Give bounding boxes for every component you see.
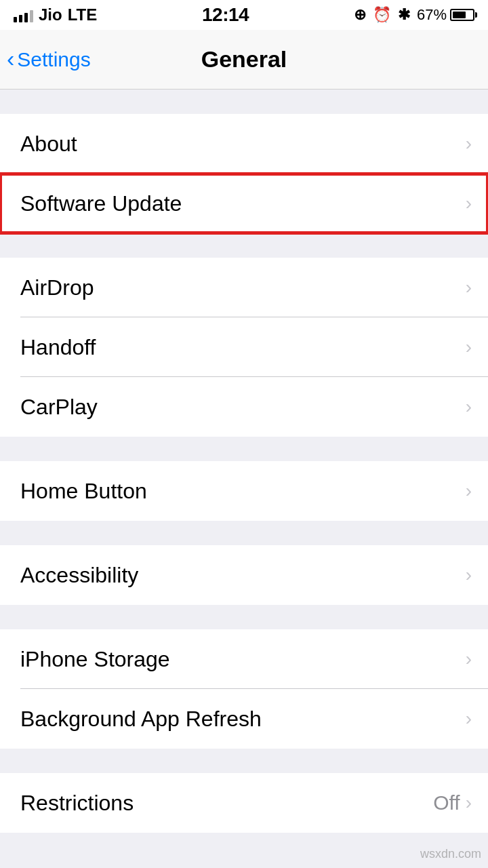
settings-group-6: iPhone Storage › Background App Refresh … (0, 629, 488, 749)
battery-percent: 67% (417, 6, 447, 24)
settings-group-3: AirDrop › Handoff › CarPlay › (0, 258, 488, 437)
row-right-airdrop: › (466, 277, 472, 298)
row-right-background-app-refresh: › (466, 708, 472, 730)
row-label-airdrop: AirDrop (20, 275, 94, 300)
settings-group-7: Restrictions Off › (0, 773, 488, 833)
section-separator-1 (0, 233, 488, 258)
row-airdrop[interactable]: AirDrop › (0, 258, 488, 317)
row-handoff[interactable]: Handoff › (0, 317, 488, 377)
row-right-about: › (466, 133, 472, 155)
section-separator-2 (0, 437, 488, 461)
row-label-background-app-refresh: Background App Refresh (20, 707, 262, 732)
chevron-right-icon-about: › (466, 133, 472, 155)
bluetooth-icon: ✱ (398, 6, 410, 24)
row-iphone-storage[interactable]: iPhone Storage › (0, 629, 488, 689)
section-separator-4 (0, 605, 488, 629)
row-right-home-button: › (466, 480, 472, 502)
row-label-software-update: Software Update (20, 191, 182, 216)
row-right-handoff: › (466, 336, 472, 358)
settings-content: About › Software Update › AirDrop › Hand… (0, 90, 488, 857)
row-label-home-button: Home Button (20, 479, 147, 504)
watermark: wsxdn.com (420, 847, 481, 861)
chevron-right-icon-iphone-storage: › (466, 648, 472, 670)
chevron-right-icon-accessibility: › (466, 564, 472, 586)
chevron-right-icon-handoff: › (466, 336, 472, 358)
row-label-iphone-storage: iPhone Storage (20, 647, 170, 672)
section-separator-5 (0, 749, 488, 773)
battery-icon (450, 9, 474, 21)
row-software-update[interactable]: Software Update › (0, 174, 488, 233)
back-label: Settings (17, 48, 90, 71)
row-label-handoff: Handoff (20, 335, 96, 360)
settings-group-2: Software Update › (0, 174, 488, 233)
chevron-right-icon-software-update: › (466, 193, 472, 214)
row-carplay[interactable]: CarPlay › (0, 377, 488, 437)
settings-group-1: About › (0, 114, 488, 174)
carrier-label: Jio (39, 5, 62, 24)
section-separator-0 (0, 90, 488, 114)
row-restrictions[interactable]: Restrictions Off › (0, 773, 488, 833)
status-bar: Jio LTE 12:14 ⊕ ⏰ ✱ 67% (0, 0, 488, 30)
row-home-button[interactable]: Home Button › (0, 461, 488, 521)
section-separator-bottom (0, 833, 488, 857)
settings-group-4: Home Button › (0, 461, 488, 521)
row-background-app-refresh[interactable]: Background App Refresh › (0, 689, 488, 749)
status-right: ⊕ ⏰ ✱ 67% (354, 6, 474, 24)
row-right-carplay: › (466, 396, 472, 418)
time-label: 12:14 (202, 4, 249, 26)
row-about[interactable]: About › (0, 114, 488, 174)
settings-group-5: Accessibility › (0, 545, 488, 605)
signal-icon (14, 7, 33, 22)
battery-fill (453, 12, 466, 18)
back-chevron-icon: ‹ (7, 45, 14, 72)
chevron-right-icon-airdrop: › (466, 277, 472, 298)
row-label-accessibility: Accessibility (20, 563, 138, 588)
chevron-right-icon-carplay: › (466, 396, 472, 418)
back-button[interactable]: ‹ Settings (7, 47, 91, 72)
nav-bar: ‹ Settings General (0, 30, 488, 90)
location-icon: ⊕ (354, 6, 366, 24)
row-label-about: About (20, 132, 77, 157)
restrictions-value: Off (433, 791, 460, 814)
row-accessibility[interactable]: Accessibility › (0, 545, 488, 605)
row-right-software-update: › (466, 193, 472, 214)
section-separator-3 (0, 521, 488, 545)
page-title: General (201, 46, 287, 73)
alarm-icon: ⏰ (373, 6, 391, 24)
row-right-iphone-storage: › (466, 648, 472, 670)
row-right-restrictions: Off › (433, 791, 472, 814)
chevron-right-icon-home-button: › (466, 480, 472, 502)
network-type-label: LTE (68, 5, 98, 24)
chevron-right-icon-background-app-refresh: › (466, 708, 472, 730)
row-label-carplay: CarPlay (20, 395, 98, 420)
row-label-restrictions: Restrictions (20, 791, 134, 816)
status-left: Jio LTE (14, 5, 97, 24)
row-right-accessibility: › (466, 564, 472, 586)
battery-container: 67% (417, 6, 474, 24)
chevron-right-icon-restrictions: › (466, 792, 472, 814)
